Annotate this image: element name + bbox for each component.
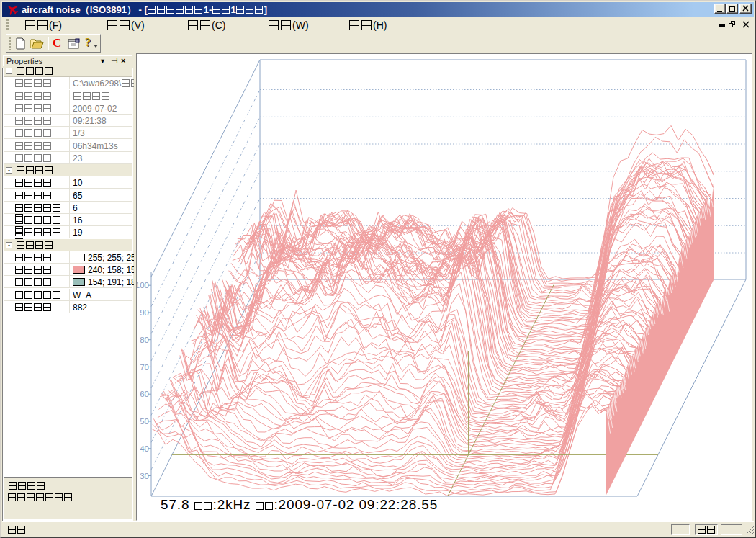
svg-text:80: 80: [140, 336, 149, 344]
svg-text:40: 40: [140, 444, 149, 453]
svg-text:70: 70: [140, 363, 149, 372]
svg-text:60: 60: [140, 390, 149, 398]
svg-text:90: 90: [140, 308, 149, 317]
svg-text:50: 50: [140, 417, 149, 426]
svg-text:100: 100: [137, 281, 149, 290]
svg-text:30: 30: [140, 472, 149, 480]
